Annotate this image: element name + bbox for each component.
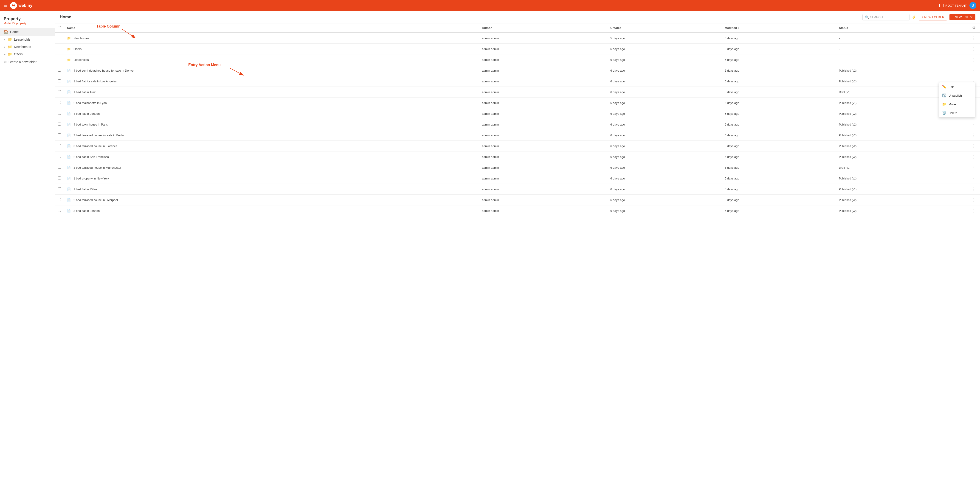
row-status-cell: Published (v2) — [836, 65, 967, 76]
row-actions-cell[interactable]: ⋮ — [967, 65, 980, 76]
row-checkbox[interactable] — [58, 90, 61, 93]
row-checkbox[interactable] — [58, 166, 61, 169]
search-box[interactable]: 🔍 — [862, 14, 910, 21]
row-name-cell[interactable]: 📄 2 bed terraced house in Liverpool — [64, 195, 479, 205]
row-checkbox[interactable] — [58, 198, 61, 201]
sidebar-item-leaseholds[interactable]: ▶ 📁 Leaseholds — [0, 36, 55, 43]
row-actions-cell[interactable]: ⋮ — [967, 173, 980, 184]
row-checkbox-cell[interactable] — [55, 119, 64, 130]
row-action-menu-button[interactable]: ⋮ — [970, 208, 977, 214]
row-name-cell[interactable]: 📄 4 bed town house in Paris — [64, 119, 479, 130]
row-actions-cell[interactable]: ⋮ — [967, 184, 980, 195]
row-checkbox-cell[interactable] — [55, 151, 64, 162]
row-checkbox-cell[interactable] — [55, 98, 64, 108]
row-name-cell[interactable]: 📁 Leaseholds — [64, 54, 479, 65]
row-checkbox-cell[interactable] — [55, 87, 64, 98]
row-checkbox[interactable] — [58, 69, 61, 71]
row-name-cell[interactable]: 📁 Offers — [64, 44, 479, 54]
sidebar-item-new-homes[interactable]: ▶ 📁 New homes — [0, 43, 55, 51]
row-checkbox-cell[interactable] — [55, 173, 64, 184]
row-name-cell[interactable]: 📄 1 bed property in New York — [64, 173, 479, 184]
modified-column-header[interactable]: Modified ↓ — [722, 24, 836, 33]
row-checkbox[interactable] — [58, 144, 61, 147]
row-checkbox[interactable] — [58, 209, 61, 212]
row-actions-cell[interactable]: ⋮ — [967, 119, 980, 130]
row-checkbox[interactable] — [58, 122, 61, 125]
row-name-cell[interactable]: 📄 3 bed terraced house for sale in Berli… — [64, 130, 479, 141]
row-action-menu-button[interactable]: ⋮ — [970, 175, 977, 181]
row-action-menu-button[interactable]: ⋮ — [970, 57, 977, 63]
row-checkbox-cell[interactable] — [55, 130, 64, 141]
row-actions-cell[interactable]: ⋮ — [967, 44, 980, 54]
row-checkbox-cell[interactable] — [55, 108, 64, 119]
row-actions-cell[interactable]: ⋮ — [967, 195, 980, 205]
row-action-menu-button[interactable]: ⋮ — [970, 165, 977, 171]
row-actions-cell[interactable]: ⋮ — [967, 162, 980, 173]
row-checkbox-cell[interactable] — [55, 205, 64, 216]
entry-row-icon: 📄 — [67, 144, 71, 148]
row-checkbox-cell[interactable] — [55, 141, 64, 151]
row-actions-cell[interactable]: ⋮ — [967, 205, 980, 216]
search-input[interactable] — [870, 15, 907, 19]
row-actions-cell[interactable]: ⋮ — [967, 141, 980, 151]
row-action-menu-button[interactable]: ⋮ — [970, 132, 977, 138]
row-checkbox[interactable] — [58, 155, 61, 158]
row-name-cell[interactable]: 📄 4 bed semi-detached house for sale in … — [64, 65, 479, 76]
row-checkbox[interactable] — [58, 176, 61, 179]
row-name-cell[interactable]: 📄 3 bed terraced house in Florence — [64, 141, 479, 151]
entry-row-icon: 📄 — [67, 155, 71, 159]
row-actions-cell[interactable]: ⋮ — [967, 54, 980, 65]
row-action-menu-button[interactable]: ⋮ — [970, 186, 977, 192]
hamburger-menu[interactable]: ☰ — [4, 3, 7, 8]
author-column-header[interactable]: Author — [479, 24, 608, 33]
row-checkbox-cell[interactable] — [55, 195, 64, 205]
row-name-cell[interactable]: 📁 New homes — [64, 33, 479, 44]
row-checkbox[interactable] — [58, 79, 61, 82]
row-created-cell: 6 days ago — [608, 98, 722, 108]
status-column-header[interactable]: Status — [836, 24, 967, 33]
row-name-cell[interactable]: 📄 3 bed terraced house in Manchester — [64, 162, 479, 173]
row-name-cell[interactable]: 📄 4 bed flat in London — [64, 108, 479, 119]
row-name-cell[interactable]: 📄 3 bed flat in London — [64, 205, 479, 216]
row-action-menu-button[interactable]: ⋮ — [970, 68, 977, 73]
row-actions-cell[interactable]: ⋮ — [967, 151, 980, 162]
row-checkbox-cell[interactable] — [55, 65, 64, 76]
row-action-menu-button[interactable]: ⋮ — [970, 154, 977, 160]
row-actions-cell[interactable]: ⋮ — [967, 33, 980, 44]
name-column-header[interactable]: Name — [64, 24, 479, 33]
row-actions-cell[interactable]: ⋮ — [967, 130, 980, 141]
filter-icon[interactable]: ⚡ — [912, 15, 916, 19]
row-checkbox[interactable] — [58, 112, 61, 115]
row-checkbox[interactable] — [58, 101, 61, 104]
row-name-cell[interactable]: 📄 2 bed maisonette in Lyon — [64, 98, 479, 108]
row-checkbox[interactable] — [58, 133, 61, 136]
context-menu-edit[interactable]: ✏️ Edit — [939, 82, 975, 91]
row-name-cell[interactable]: 📄 1 bed flat for sale in Los Angeles — [64, 76, 479, 87]
new-entry-button[interactable]: + NEW ENTRY — [950, 14, 975, 20]
context-menu-move[interactable]: 📁 Move — [939, 100, 975, 109]
row-checkbox-cell[interactable] — [55, 162, 64, 173]
row-checkbox-cell[interactable] — [55, 76, 64, 87]
created-column-header[interactable]: Created — [608, 24, 722, 33]
row-action-menu-button[interactable]: ⋮ — [970, 143, 977, 149]
settings-column-header[interactable]: ⚙ — [967, 24, 980, 33]
context-menu-unpublish[interactable]: ↩️ Unpublish — [939, 91, 975, 100]
row-action-menu-button[interactable]: ⋮ — [970, 35, 977, 41]
row-checkbox-cell[interactable] — [55, 184, 64, 195]
sidebar-item-offers[interactable]: ▶ 📁 Offers — [0, 51, 55, 58]
row-checkbox[interactable] — [58, 187, 61, 190]
row-action-menu-button[interactable]: ⋮ — [970, 46, 977, 52]
select-all-header[interactable] — [55, 24, 64, 33]
row-action-menu-button[interactable]: ⋮ — [970, 197, 977, 203]
new-folder-button[interactable]: + NEW FOLDER — [919, 14, 947, 21]
select-all-checkbox[interactable] — [58, 26, 61, 29]
create-folder-button[interactable]: ⊕ Create a new folder — [0, 58, 55, 66]
sidebar-item-home[interactable]: 🏠 Home — [0, 28, 55, 36]
row-action-menu-button[interactable]: ⋮ — [970, 121, 977, 127]
row-name-cell[interactable]: 📄 1 bed flat in Turin — [64, 87, 479, 98]
user-avatar[interactable]: U — [969, 2, 976, 9]
row-name-cell[interactable]: 📄 1 bed flat in Milan — [64, 184, 479, 195]
row-name-cell[interactable]: 📄 2 bed flat in San Francisco — [64, 151, 479, 162]
context-menu-delete[interactable]: 🗑️ Delete — [939, 109, 975, 117]
gear-icon[interactable]: ⚙ — [972, 26, 975, 30]
